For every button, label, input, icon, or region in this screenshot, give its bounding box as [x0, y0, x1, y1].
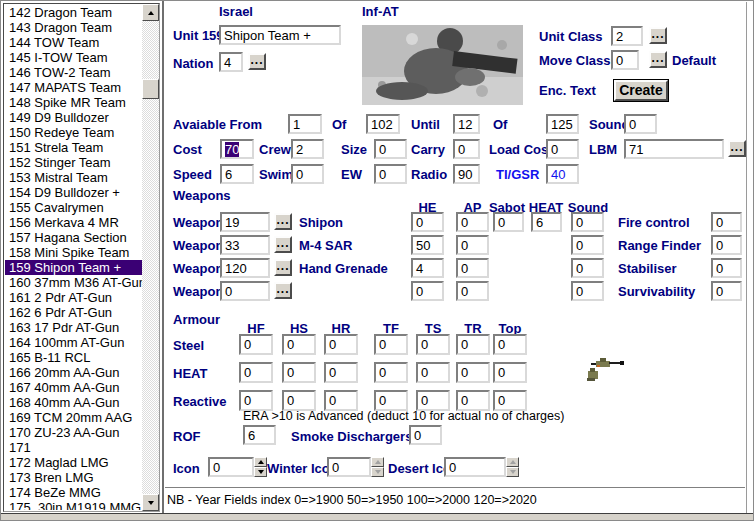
list-item[interactable]: 150 Redeye Team	[5, 125, 142, 140]
weapon3-he-field[interactable]: 4	[411, 258, 444, 278]
unit-list-scrollbar[interactable]	[142, 4, 159, 511]
list-item[interactable]: 168 40mm AA-Gun	[5, 395, 142, 410]
desert-icon-spinner[interactable]	[506, 457, 519, 477]
armour-reactive-top-field[interactable]: 0	[493, 390, 527, 411]
list-item[interactable]: 161 2 Pdr AT-Gun	[5, 290, 142, 305]
list-item[interactable]: 170 ZU-23 AA-Gun	[5, 425, 142, 440]
list-item[interactable]: 159 Shipon Team +	[5, 260, 142, 275]
list-item[interactable]: 155 Cavalrymen	[5, 200, 142, 215]
list-item[interactable]: 148 Spike MR Team	[5, 95, 142, 110]
speed-field[interactable]: 6	[220, 164, 254, 184]
of-first-field[interactable]: 102	[366, 114, 400, 134]
stabiliser-field[interactable]: 0	[711, 258, 742, 278]
rof-field[interactable]: 6	[243, 425, 276, 445]
weapon3-browse-button[interactable]: ...	[274, 259, 292, 276]
list-item[interactable]: 157 Hagana Section	[5, 230, 142, 245]
weapon1-sabot-field[interactable]: 0	[493, 212, 524, 232]
size-field[interactable]: 0	[374, 139, 407, 159]
list-item[interactable]: 165 B-11 RCL	[5, 350, 142, 365]
list-item[interactable]: 149 D9 Bulldozer	[5, 110, 142, 125]
weapon1-he-field[interactable]: 0	[411, 212, 444, 232]
weapon2-browse-button[interactable]: ...	[274, 236, 292, 253]
list-item[interactable]: 154 D9 Bulldozer +	[5, 185, 142, 200]
radio-field[interactable]: 90	[453, 164, 480, 184]
armour-steel-top-field[interactable]: 0	[493, 334, 527, 355]
list-item[interactable]: 174 BeZe MMG	[5, 485, 142, 500]
list-item[interactable]: 173 Bren LMG	[5, 470, 142, 485]
armour-steel-hr-field[interactable]: 0	[324, 334, 358, 355]
weapon3-ap-field[interactable]: 0	[456, 258, 489, 278]
weapon4-id-field[interactable]: 0	[220, 281, 270, 301]
armour-heat-tf-field[interactable]: 0	[374, 362, 408, 383]
weapon2-sound-field[interactable]: 0	[571, 235, 604, 255]
armour-reactive-hs-field[interactable]: 0	[282, 390, 316, 411]
armour-reactive-ts-field[interactable]: 0	[416, 390, 450, 411]
list-item[interactable]: 163 17 Pdr AT-Gun	[5, 320, 142, 335]
weapon3-id-field[interactable]: 120	[220, 258, 270, 278]
weapon4-browse-button[interactable]: ...	[274, 282, 292, 299]
armour-heat-hf-field[interactable]: 0	[239, 362, 273, 383]
list-item[interactable]: 152 Stinger Team	[5, 155, 142, 170]
lbm-browse-button[interactable]: ...	[728, 140, 746, 157]
weapon4-ap-field[interactable]: 0	[456, 281, 489, 301]
weapon2-he-field[interactable]: 50	[411, 235, 444, 255]
weapon1-ap-field[interactable]: 0	[456, 212, 489, 232]
icon-field[interactable]: 0	[208, 457, 254, 477]
armour-reactive-tf-field[interactable]: 0	[374, 390, 408, 411]
armour-heat-tr-field[interactable]: 0	[456, 362, 490, 383]
armour-steel-hf-field[interactable]: 0	[239, 334, 273, 355]
lbm-field[interactable]: 71	[624, 139, 724, 159]
list-item[interactable]: 175 .30in M1919 MMG	[5, 500, 142, 510]
icon-spin-up-button[interactable]	[254, 457, 267, 467]
scrollbar-track[interactable]	[142, 21, 159, 494]
load-cost-field[interactable]: 0	[546, 139, 579, 159]
fire-control-field[interactable]: 0	[711, 212, 742, 232]
armour-heat-hr-field[interactable]: 0	[324, 362, 358, 383]
ew-field[interactable]: 0	[374, 164, 407, 184]
cost-field[interactable]: 70	[220, 139, 254, 159]
unit-class-browse-button[interactable]: ...	[649, 27, 667, 44]
winter-icon-field[interactable]: 0	[327, 457, 371, 477]
sound-field[interactable]: 0	[624, 114, 657, 134]
list-item[interactable]: 151 Strela Team	[5, 140, 142, 155]
nation-field[interactable]: 4	[219, 52, 243, 72]
swim-field[interactable]: 0	[291, 164, 324, 184]
nation-browse-button[interactable]: ...	[248, 53, 266, 70]
weapon2-id-field[interactable]: 33	[220, 235, 270, 255]
scrollbar-thumb[interactable]	[142, 79, 159, 99]
list-item[interactable]: 145 I-TOW Team	[5, 50, 142, 65]
icon-spin-down-button[interactable]	[254, 467, 267, 477]
weapon3-sound-field[interactable]: 0	[571, 258, 604, 278]
list-item[interactable]: 169 TCM 20mm AAG	[5, 410, 142, 425]
icon-spinner[interactable]	[254, 457, 267, 477]
desert-icon-spin-down-button[interactable]	[506, 467, 519, 477]
armour-reactive-tr-field[interactable]: 0	[456, 390, 490, 411]
desert-icon-field[interactable]: 0	[444, 457, 506, 477]
list-item[interactable]: 167 40mm AA-Gun	[5, 380, 142, 395]
armour-steel-tf-field[interactable]: 0	[374, 334, 408, 355]
armour-reactive-hf-field[interactable]: 0	[239, 390, 273, 411]
list-item[interactable]: 164 100mm AT-Gun	[5, 335, 142, 350]
armour-steel-hs-field[interactable]: 0	[282, 334, 316, 355]
weapon1-sound-field[interactable]: 0	[571, 212, 604, 232]
weapon1-id-field[interactable]: 19	[220, 212, 270, 232]
list-item[interactable]: 146 TOW-2 Team	[5, 65, 142, 80]
list-item[interactable]: 172 Maglad LMG	[5, 455, 142, 470]
list-item[interactable]: 143 Dragon Team	[5, 20, 142, 35]
weapon1-browse-button[interactable]: ...	[274, 213, 292, 230]
range-finder-field[interactable]: 0	[711, 235, 742, 255]
armour-heat-top-field[interactable]: 0	[493, 362, 527, 383]
ti-gsr-field[interactable]: 40	[546, 164, 579, 184]
armour-reactive-hr-field[interactable]: 0	[324, 390, 358, 411]
list-item[interactable]: 147 MAPATS Team	[5, 80, 142, 95]
avaiable-from-field[interactable]: 1	[288, 114, 322, 134]
unit-name-field[interactable]: Shipon Team +	[219, 25, 341, 45]
carry-field[interactable]: 0	[453, 139, 480, 159]
list-item[interactable]: 160 37mm M36 AT-Gun	[5, 275, 142, 290]
create-button[interactable]: Create	[614, 80, 668, 101]
list-item[interactable]: 171	[5, 440, 142, 455]
unit-class-field[interactable]: 2	[611, 26, 643, 46]
move-class-browse-button[interactable]: ...	[649, 51, 667, 68]
list-item[interactable]: 144 TOW Team	[5, 35, 142, 50]
crew-field[interactable]: 2	[291, 139, 324, 159]
